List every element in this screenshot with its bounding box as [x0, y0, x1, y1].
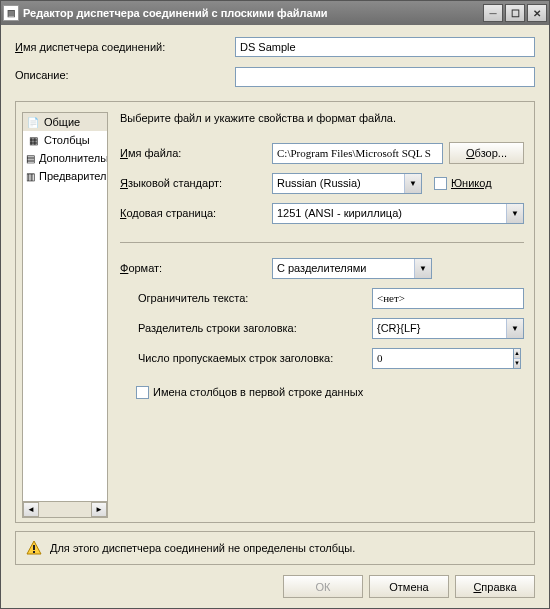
warning-text: Для этого диспетчера соединений не опред… — [50, 542, 355, 554]
chevron-down-icon: ▼ — [506, 319, 523, 338]
file-input[interactable] — [272, 143, 443, 164]
name-input[interactable]: DS Sample — [235, 37, 535, 57]
spin-up-icon[interactable]: ▲ — [514, 349, 520, 359]
chevron-down-icon: ▼ — [404, 174, 421, 193]
skiprows-label: Число пропускаемых строк заголовка: — [120, 352, 372, 364]
advanced-icon: ▤ — [26, 151, 35, 165]
skiprows-spinner[interactable]: ▲ ▼ — [372, 348, 492, 369]
locale-label: Языковой стандарт: — [120, 177, 272, 189]
maximize-button[interactable]: ☐ — [505, 4, 525, 22]
name-label: Имя диспетчера соединений: — [15, 41, 235, 53]
close-button[interactable]: ✕ — [527, 4, 547, 22]
chevron-down-icon: ▼ — [506, 204, 523, 223]
app-icon: ▤ — [3, 5, 19, 21]
format-select[interactable]: С разделителями ▼ — [272, 258, 432, 279]
headerdelim-label: Разделитель строки заголовка: — [120, 322, 372, 334]
locale-select[interactable]: Russian (Russia) ▼ — [272, 173, 422, 194]
firstrow-label: Имена столбцов в первой строке данных — [153, 386, 363, 398]
textqualifier-label: Ограничитель текста: — [120, 292, 372, 304]
warning-box: Для этого диспетчера соединений не опред… — [15, 531, 535, 565]
warning-icon — [26, 540, 42, 556]
general-icon: 📄 — [26, 115, 40, 129]
columns-icon: ▦ — [26, 133, 40, 147]
minimize-button[interactable]: ─ — [483, 4, 503, 22]
spin-down-icon[interactable]: ▼ — [514, 359, 520, 368]
preview-icon: ▥ — [26, 169, 35, 183]
skiprows-input[interactable] — [372, 348, 514, 369]
scroll-right-icon[interactable]: ► — [91, 502, 107, 517]
instruction-text: Выберите файл и укажите свойства и форма… — [120, 112, 524, 124]
scroll-left-icon[interactable]: ◄ — [23, 502, 39, 517]
chevron-down-icon: ▼ — [414, 259, 431, 278]
side-hscrollbar[interactable]: ◄ ► — [23, 501, 107, 517]
description-input[interactable] — [235, 67, 535, 87]
format-label: Формат: — [120, 262, 272, 274]
file-label: Имя файла: — [120, 147, 272, 159]
separator — [120, 242, 524, 243]
unicode-label: Юникод — [451, 177, 492, 189]
ok-button: ОК — [283, 575, 363, 598]
svg-rect-1 — [33, 545, 35, 550]
codepage-select[interactable]: 1251 (ANSI - кириллица) ▼ — [272, 203, 524, 224]
browse-button[interactable]: Обзор... — [449, 142, 524, 164]
help-button[interactable]: Справка — [455, 575, 535, 598]
side-item-columns[interactable]: ▦ Столбцы — [23, 131, 107, 149]
side-item-preview[interactable]: ▥ Предварительный просмотр — [23, 167, 107, 185]
side-panel: 📄 Общие ▦ Столбцы ▤ Дополнительно ▥ Пред… — [22, 112, 108, 518]
unicode-checkbox[interactable] — [434, 177, 447, 190]
description-label: Описание: — [15, 67, 235, 81]
side-item-advanced[interactable]: ▤ Дополнительно — [23, 149, 107, 167]
titlebar[interactable]: ▤ Редактор диспетчера соединений с плоск… — [1, 1, 549, 25]
codepage-label: Кодовая страница: — [120, 207, 272, 219]
firstrow-checkbox[interactable] — [136, 386, 149, 399]
svg-rect-2 — [33, 551, 35, 553]
cancel-button[interactable]: Отмена — [369, 575, 449, 598]
window-title: Редактор диспетчера соединений с плоским… — [23, 7, 483, 19]
headerdelim-select[interactable]: {CR}{LF} ▼ — [372, 318, 524, 339]
side-item-general[interactable]: 📄 Общие — [23, 113, 107, 131]
textqualifier-input[interactable] — [372, 288, 524, 309]
